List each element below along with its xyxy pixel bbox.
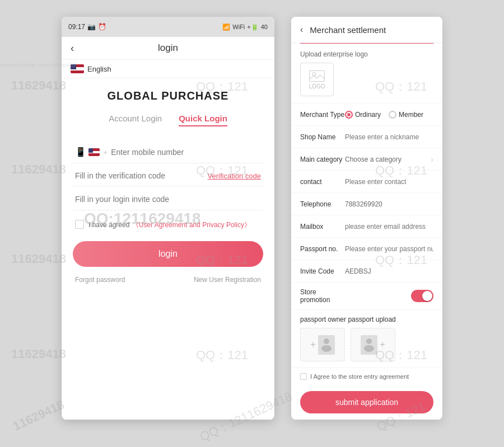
language-label: English [87, 65, 111, 73]
mailbox-label: Mailbox [300, 223, 345, 230]
toggle-thumb [422, 291, 432, 301]
passport-row: Passport no. [291, 238, 442, 260]
invite-code-row: Invite Code AEDBSJ [291, 260, 442, 283]
alarm-icon: ⏰ [98, 23, 106, 31]
bottom-links: Forgot password New User Registration [73, 276, 263, 284]
agreement-text: I have agreed [88, 221, 129, 229]
phone-number-input[interactable] [111, 148, 261, 157]
shop-name-label: Shop Name [300, 133, 345, 141]
passport-front-placeholder [318, 335, 335, 355]
passport-back-upload[interactable]: + [351, 328, 395, 361]
quick-login-tab[interactable]: Quick Login [179, 114, 227, 126]
phone-icon: 📱 [75, 147, 86, 157]
logo-text: LOGO [309, 83, 325, 90]
svg-rect-0 [310, 70, 325, 82]
passport-label: Passport no. [300, 245, 345, 253]
passport-back-placeholder [361, 335, 377, 355]
forgot-password-link[interactable]: Forgot password [75, 276, 125, 284]
main-category-row[interactable]: Main category Choose a category › [291, 148, 442, 171]
merchant-form: Merchant Type Ordinary Member [291, 103, 442, 310]
logo-upload-label: Upload enterprise logo [300, 50, 433, 58]
invite-code-value: AEDBSJ [345, 267, 433, 275]
logo-upload-box[interactable]: LOGO [300, 63, 334, 96]
us-flag-icon [71, 64, 84, 73]
merchant-title: Merchant settlement [310, 25, 386, 35]
person-icon-2 [363, 337, 375, 352]
input-flag-icon [88, 148, 100, 156]
svg-point-3 [321, 345, 332, 352]
merchant-header: ‹ Merchant settlement [291, 17, 442, 43]
svg-point-5 [364, 345, 374, 352]
merchant-panel: ‹ Merchant settlement Upload enterprise … [291, 17, 442, 420]
agreement-checkbox[interactable] [75, 220, 84, 229]
store-promotion-label: Store promotion [300, 288, 345, 304]
agreement-text-area: I have agreed 《User Agreement and Privac… [88, 219, 251, 230]
time-display: 09:17 [68, 23, 85, 31]
main-container: 09:17 📷 ⏰ 📶 WiFi +🔋 40 ‹ login English G… [0, 0, 504, 447]
language-selector[interactable]: English [62, 60, 274, 78]
invite-code-input[interactable] [75, 195, 261, 204]
verification-code-input[interactable] [75, 171, 208, 180]
merchant-back-button[interactable]: ‹ [300, 25, 303, 35]
logo-image-icon [309, 70, 325, 82]
account-login-tab[interactable]: Account Login [109, 114, 162, 126]
telephone-label: Telephone [300, 200, 345, 208]
member-option[interactable]: Member [389, 111, 423, 119]
app-title-section: GLOBAL PURCHASE [62, 78, 274, 108]
invite-row [73, 189, 263, 210]
telephone-row: Telephone 7883269920 [291, 193, 442, 215]
camera-icon: 📷 [87, 23, 96, 31]
page-title: login [158, 43, 178, 54]
store-promotion-row: Store promotion [291, 283, 442, 310]
ordinary-option[interactable]: Ordinary [345, 111, 381, 119]
submit-application-button[interactable]: submit application [300, 391, 433, 413]
contact-label: contact [300, 178, 345, 186]
ordinary-radio-dot [347, 113, 351, 116]
passport-input[interactable] [345, 245, 433, 253]
ordinary-label: Ordinary [355, 111, 381, 119]
mailbox-row: Mailbox [291, 215, 442, 238]
member-label: Member [399, 111, 423, 119]
status-left: 09:17 📷 ⏰ [68, 23, 106, 31]
plus-icon-1: + [310, 340, 315, 350]
passport-upload-section: passport owner passport upload + [291, 310, 442, 368]
form-section: 📱 + Verification code I have agreed 《Use… [62, 137, 274, 288]
category-arrow-icon: › [431, 155, 433, 164]
logo-upload-section: Upload enterprise logo LOGO [291, 44, 442, 103]
battery-level: 40 [261, 23, 268, 30]
store-agreement-row: I Agree to the store entry agreement [291, 368, 442, 385]
contact-input[interactable] [345, 178, 433, 186]
member-radio[interactable] [389, 111, 396, 119]
store-promotion-toggle[interactable] [411, 290, 433, 302]
login-tabs: Account Login Quick Login [62, 108, 274, 132]
shop-name-input[interactable] [345, 133, 433, 141]
person-icon-1 [321, 337, 332, 352]
passport-front-upload[interactable]: + [300, 328, 345, 361]
invite-code-label: Invite Code [300, 267, 345, 275]
status-bar: 09:17 📷 ⏰ 📶 WiFi +🔋 40 [62, 17, 274, 37]
back-button[interactable]: ‹ [71, 43, 74, 54]
agreement-link[interactable]: 《User Agreement and Privacy Policy》 [132, 221, 251, 229]
svg-point-2 [324, 338, 329, 344]
ordinary-radio[interactable] [345, 111, 353, 119]
wifi-icon: WiFi [232, 23, 245, 30]
main-category-label: Main category [300, 156, 345, 163]
merchant-type-row: Merchant Type Ordinary Member [291, 103, 442, 126]
passport-upload-label: passport owner passport upload [300, 316, 433, 323]
nav-bar: ‹ login [62, 37, 274, 60]
store-agreement-checkbox[interactable] [300, 373, 307, 380]
svg-point-4 [366, 338, 372, 344]
login-button[interactable]: login [73, 241, 263, 267]
store-agreement-text: I Agree to the store entry agreement [310, 373, 409, 380]
new-user-link[interactable]: New User Registration [194, 276, 261, 284]
agreement-row: I have agreed 《User Agreement and Privac… [73, 217, 263, 232]
app-title: GLOBAL PURCHASE [71, 90, 265, 102]
input-divider: + [103, 148, 108, 157]
signal-icon: 📶 [222, 23, 230, 31]
svg-point-1 [312, 72, 316, 76]
merchant-type-radio-group: Ordinary Member [345, 111, 423, 119]
verification-row: Verification code [73, 166, 263, 186]
mailbox-input[interactable] [345, 223, 433, 230]
get-verification-btn[interactable]: Verification code [208, 172, 261, 180]
contact-row: contact [291, 171, 442, 193]
